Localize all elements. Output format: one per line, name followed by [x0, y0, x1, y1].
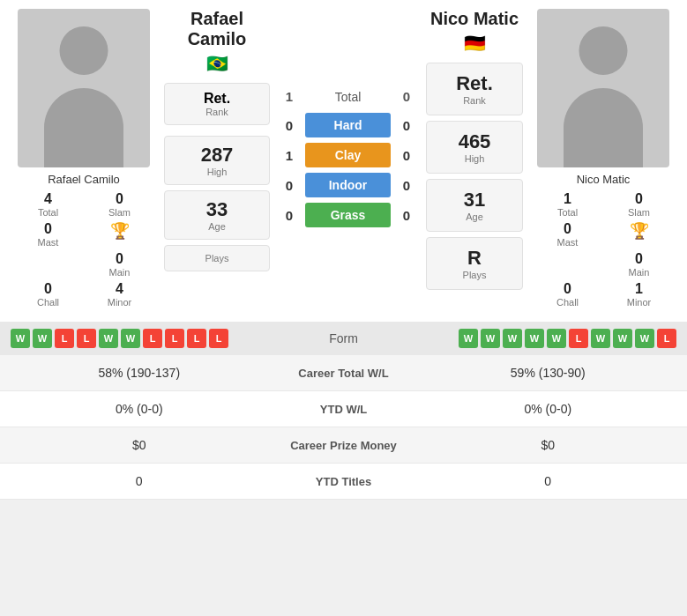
player2-chall: 0 Chall — [537, 281, 598, 308]
player1-high-box: 287 High — [164, 136, 270, 185]
player1-flag: 🇧🇷 — [164, 53, 270, 74]
stats-center-label: YTD W/L — [265, 403, 423, 416]
stats-center-label: Career Prize Money — [265, 439, 423, 452]
indoor-badge: Indoor — [305, 173, 391, 197]
total-row: 1 Total 0 — [280, 89, 415, 104]
form-badge-p2: W — [613, 329, 632, 348]
player2-center-stats: Nico Matic 🇩🇪 Ret. Rank 465 High 31 Age … — [426, 9, 523, 308]
player1-form-badges: WWLLWWLLLL — [11, 329, 300, 348]
form-badge-p1: L — [77, 329, 96, 348]
player1-plays-box: Plays — [164, 245, 270, 271]
player2-form-badges: WWWWWLWWWL — [388, 329, 677, 348]
main-container: Rafael Camilo 4 Total 0 Slam 0 Mast 🏆 — [0, 0, 687, 500]
hard-row: 0 Hard 0 — [280, 113, 415, 137]
player2-body — [564, 88, 643, 167]
stats-right-val: 0% (0-0) — [423, 402, 674, 416]
player2-head — [579, 26, 628, 75]
player1-slam: 0 Slam — [89, 191, 150, 218]
form-section: WWLLWWLLLL Form WWWWWLWWWL — [0, 322, 687, 355]
player2-silhouette — [537, 9, 669, 167]
stats-row: $0 Career Prize Money $0 — [0, 427, 687, 464]
player1-stats-grid: 4 Total 0 Slam 0 Mast 🏆 0 Mast — [9, 191, 159, 308]
courts-section: 1 Total 0 0 Hard 0 1 Clay 0 0 Indoor 0 0 — [275, 9, 421, 308]
player1-silhouette — [18, 9, 150, 167]
player1-head — [60, 26, 108, 75]
form-badge-p1: L — [187, 329, 206, 348]
form-badge-p2: W — [459, 329, 478, 348]
player1-name-header: Rafael Camilo 🇧🇷 — [164, 9, 270, 74]
form-badge-p1: L — [165, 329, 184, 348]
stats-left-val: 0 — [14, 474, 265, 488]
player2-high-box: 465 High — [426, 121, 523, 174]
player2-plays-box: R Plays — [426, 237, 523, 290]
clay-row: 1 Clay 0 — [280, 143, 415, 167]
form-badge-p2: W — [481, 329, 500, 348]
player2-rank-box: Ret. Rank — [426, 63, 523, 115]
player2-flag: 🇩🇪 — [426, 33, 523, 54]
form-badge-p2: W — [525, 329, 544, 348]
player2-total: 1 Total — [537, 191, 598, 218]
player2-trophy: 🏆 — [609, 221, 669, 248]
player2-name-below: Nico Matic — [577, 173, 631, 186]
form-badge-p1: W — [33, 329, 52, 348]
form-badge-p1: W — [99, 329, 118, 348]
player1-name-below: Rafael Camilo — [48, 173, 120, 186]
clay-badge: Clay — [305, 143, 391, 167]
form-badge-p1: L — [143, 329, 162, 348]
stats-row: 0% (0-0) YTD W/L 0% (0-0) — [0, 391, 687, 427]
player2-main: 0 Main — [609, 251, 669, 278]
stats-right-val: 59% (130-90) — [423, 366, 674, 380]
grass-row: 0 Grass 0 — [280, 203, 415, 227]
player2-mast: 0 Mast — [537, 221, 598, 248]
player2-age-box: 31 Age — [426, 179, 523, 232]
player1-body — [44, 88, 123, 167]
stats-row: 58% (190-137) Career Total W/L 59% (130-… — [0, 355, 687, 391]
form-badge-p1: W — [11, 329, 30, 348]
player2-card: Nico Matic 1 Total 0 Slam 0 Mast 🏆 — [528, 9, 678, 308]
form-badge-p1: L — [55, 329, 74, 348]
player1-chall: 0 Chall — [18, 281, 78, 308]
indoor-row: 0 Indoor 0 — [280, 173, 415, 197]
player1-total: 4 Total — [18, 191, 78, 218]
stats-rows: 58% (190-137) Career Total W/L 59% (130-… — [0, 355, 687, 500]
player1-photo — [18, 9, 150, 167]
player1-mast: 0 Mast — [18, 221, 78, 248]
player1-age-box: 33 Age — [164, 190, 270, 240]
hard-badge: Hard — [305, 113, 391, 137]
player2-photo — [537, 9, 669, 167]
player2-stats-grid: 1 Total 0 Slam 0 Mast 🏆 0 0 — [528, 191, 678, 308]
stats-right-val: $0 — [423, 438, 674, 452]
trophy2-icon: 🏆 — [630, 221, 649, 241]
form-badge-p2: L — [569, 329, 588, 348]
stats-left-val: 58% (190-137) — [14, 366, 265, 380]
form-badge-p1: L — [209, 329, 228, 348]
grass-badge: Grass — [305, 203, 391, 227]
form-label: Form — [300, 331, 388, 345]
players-section: Rafael Camilo 4 Total 0 Slam 0 Mast 🏆 — [0, 0, 687, 316]
form-badge-p2: L — [657, 329, 676, 348]
player2-minor: 1 Minor — [609, 281, 669, 308]
player1-main: 0 Main — [89, 251, 150, 278]
player2-slam: 0 Slam — [609, 191, 669, 218]
stats-right-val: 0 — [423, 474, 674, 488]
form-badge-p2: W — [635, 329, 654, 348]
player2-name-header: Nico Matic 🇩🇪 — [426, 9, 523, 54]
stats-center-label: YTD Titles — [265, 475, 423, 488]
form-badge-p1: W — [121, 329, 140, 348]
player1-center-stats: Rafael Camilo 🇧🇷 Ret. Rank 287 High 33 A… — [164, 9, 270, 308]
player1-rank-box: Ret. Rank — [164, 83, 270, 125]
player1-trophy: 🏆 — [89, 221, 150, 248]
player1-minor: 4 Minor — [89, 281, 150, 308]
stats-center-label: Career Total W/L — [265, 367, 423, 380]
trophy1-icon: 🏆 — [110, 221, 130, 241]
stats-left-val: $0 — [14, 438, 265, 452]
form-badge-p2: W — [547, 329, 566, 348]
form-badge-p2: W — [591, 329, 610, 348]
player1-card: Rafael Camilo 4 Total 0 Slam 0 Mast 🏆 — [9, 9, 159, 308]
form-badge-p2: W — [503, 329, 522, 348]
stats-row: 0 YTD Titles 0 — [0, 464, 687, 500]
stats-left-val: 0% (0-0) — [14, 402, 265, 416]
